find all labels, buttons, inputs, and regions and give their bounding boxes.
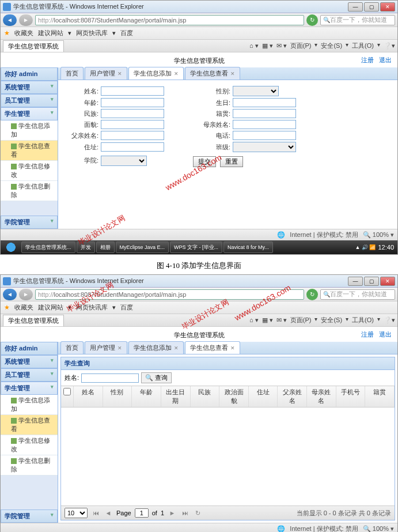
input-nation[interactable] [101,109,164,118]
maximize-button[interactable]: ▢ [364,277,379,286]
sidebar-student[interactable]: 学生管理▾ [1,107,58,120]
sidebar-item-edit[interactable]: 学生信息修改 [1,161,58,181]
forward-button[interactable]: ► [19,14,33,26]
fav-link[interactable]: 网页快讯库 [76,29,108,37]
tab-home[interactable]: 首页 [60,67,84,80]
first-page-button[interactable]: ⏮ [91,508,100,518]
col-phone[interactable]: 手机号 [336,386,366,407]
task-item[interactable]: MyEclipse Java E... [116,242,169,253]
search-button[interactable]: 🔍 查询 [141,372,172,383]
browser-tab[interactable]: 学生信息管理系统 [3,315,64,326]
sidebar-item-delete[interactable]: 学生信息删除 [1,455,58,476]
zoom-control[interactable]: 🔍 100% ▾ [363,525,394,532]
col-name[interactable]: 姓名 [74,386,103,407]
mail-icon[interactable]: ✉ ▾ [276,316,287,325]
last-page-button[interactable]: ⏭ [180,508,189,518]
input-birth[interactable] [233,98,296,107]
feed-icon[interactable]: ▦ ▾ [262,316,273,325]
help-icon[interactable]: ❔▾ [384,316,395,325]
favorites-icon[interactable]: ★ [4,29,10,37]
fav-link[interactable]: 建议网站 [38,303,63,312]
next-page-button[interactable]: ► [168,508,177,518]
search-box[interactable]: 🔍 百度一下，你就知道 [320,15,395,25]
tab-user[interactable]: 用户管理✕ [85,67,127,80]
close-button[interactable]: ✕ [380,2,395,12]
fav-link[interactable]: 百度 [120,303,133,312]
mail-icon[interactable]: ✉ ▾ [276,41,287,50]
sidebar-item-edit[interactable]: 学生信息修改 [1,435,58,455]
select-college[interactable] [101,156,147,166]
register-link[interactable]: 注册 [361,331,374,338]
sidebar-item-add[interactable]: 学生信息添加 [1,120,58,141]
page-input[interactable] [135,508,149,518]
task-item[interactable]: WPS 文字 - [毕业... [170,242,222,253]
sidebar-item-view[interactable]: 学生信息查看 [1,141,58,161]
task-item[interactable]: Navicat 8 for My... [223,242,273,253]
page-menu[interactable]: 页面(P) [290,316,312,325]
close-button[interactable]: ✕ [380,277,395,286]
favorites-icon[interactable]: ★ [4,304,10,311]
input-phone[interactable] [233,131,296,140]
help-icon[interactable]: ❔▾ [384,41,395,50]
col-father[interactable]: 父亲姓名 [278,386,307,407]
col-age[interactable]: 年龄 [132,386,161,407]
tab-view[interactable]: 学生信息查看✕ [185,341,240,354]
select-gender[interactable] [233,86,279,96]
tab-add[interactable]: 学生信息添加✕ [128,341,184,354]
maximize-button[interactable]: ▢ [364,2,379,12]
input-age[interactable] [101,98,164,107]
input-mother[interactable] [233,120,296,129]
forward-button[interactable]: ► [19,289,33,300]
task-item[interactable]: 开发 [77,242,95,253]
sidebar-college[interactable]: 学院管理▾ [1,216,58,229]
col-gender[interactable]: 性别 [103,386,132,407]
tools-menu[interactable]: 工具(O) [352,316,374,325]
sidebar-item-delete[interactable]: 学生信息删除 [1,181,58,201]
back-button[interactable]: ◄ [3,289,17,300]
prev-page-button[interactable]: ◄ [104,508,113,518]
logout-link[interactable]: 退出 [379,331,392,338]
col-mother[interactable]: 母亲姓名 [307,386,336,407]
logout-link[interactable]: 退出 [379,56,392,63]
tools-menu[interactable]: 工具(O) [352,41,374,50]
task-item[interactable]: 相册 [96,242,115,253]
zoom-control[interactable]: 🔍 100% ▾ [363,231,394,239]
tab-add[interactable]: 学生信息添加✕ [128,67,184,80]
home-icon[interactable]: ⌂ ▾ [249,316,259,325]
tab-home[interactable]: 首页 [60,341,84,354]
sidebar-college[interactable]: 学院管理▾ [1,510,58,523]
col-face[interactable]: 政治面貌 [219,386,249,407]
home-icon[interactable]: ⌂ ▾ [249,41,259,50]
sidebar-staff[interactable]: 员工管理▾ [1,368,58,382]
refresh-page-button[interactable]: ↻ [193,508,202,518]
input-addr[interactable] [101,142,164,152]
task-item[interactable]: 学生信息管理系统... [21,242,75,253]
sidebar-staff[interactable]: 员工管理▾ [1,94,58,107]
system-tray[interactable]: ▲ 🔊 📶 12:40 [355,244,396,251]
safety-menu[interactable]: 安全(S) [321,316,342,325]
page-menu[interactable]: 页面(P) [290,41,312,50]
col-birth[interactable]: 出生日期 [161,386,191,407]
fav-link[interactable]: 网页快讯库 [76,303,108,312]
input-native[interactable] [233,109,296,118]
sidebar-sys[interactable]: 系统管理▾ [1,81,58,94]
fav-link[interactable]: 百度 [120,29,133,37]
select-class[interactable] [233,142,296,152]
address-bar[interactable]: http://localhost:8087/StudentManager/por… [35,289,304,300]
submit-button[interactable]: 提交 [193,156,216,167]
sidebar-student[interactable]: 学生管理▾ [1,382,58,395]
refresh-button[interactable]: ↻ [306,289,318,300]
address-bar[interactable]: http://localhost:8087/StudentManager/por… [35,15,304,25]
input-search-name[interactable] [81,373,139,383]
tab-view[interactable]: 学生信息查看✕ [185,67,240,80]
search-box[interactable]: 🔍 百度一下，你就知道 [320,289,395,300]
sidebar-sys[interactable]: 系统管理▾ [1,355,58,368]
tab-user[interactable]: 用户管理✕ [85,341,127,354]
feed-icon[interactable]: ▦ ▾ [262,41,273,50]
safety-menu[interactable]: 安全(S) [321,41,342,50]
refresh-button[interactable]: ↻ [306,14,318,26]
col-nation[interactable]: 民族 [191,386,220,407]
minimize-button[interactable]: — [348,277,363,286]
page-size-select[interactable]: 10 [65,508,88,518]
start-button[interactable] [2,241,20,254]
